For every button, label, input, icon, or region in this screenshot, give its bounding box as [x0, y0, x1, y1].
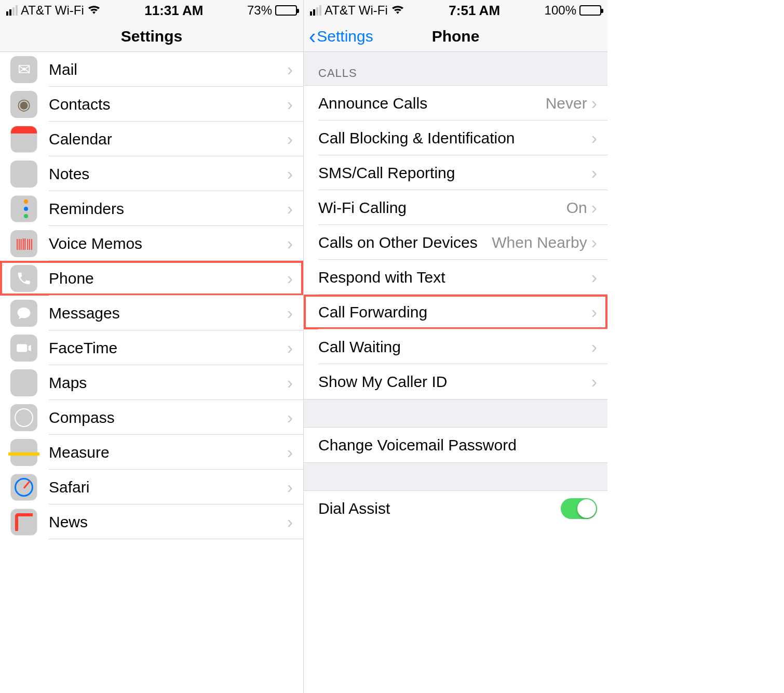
chevron-right-icon: › — [591, 232, 597, 252]
page-title: Phone — [432, 28, 480, 45]
row-label: Calendar — [49, 130, 287, 148]
row-label: Maps — [49, 374, 287, 392]
chevron-right-icon: › — [591, 163, 597, 183]
row-label: Call Blocking & Identification — [318, 129, 591, 147]
settings-row-voicememos[interactable]: |||‖|||Voice Memos› — [0, 226, 303, 261]
phone-settings-screen: AT&T Wi-Fi 7:51 AM 100% ‹ Settings Phone… — [304, 0, 607, 693]
phone-row-waiting[interactable]: Call Waiting› — [304, 329, 607, 364]
row-label: Wi-Fi Calling — [318, 199, 566, 217]
messages-icon — [10, 300, 37, 327]
row-label: Contacts — [49, 96, 287, 113]
battery-percent: 73% — [247, 3, 272, 18]
settings-row-messages[interactable]: Messages› — [0, 296, 303, 330]
chevron-right-icon: › — [287, 94, 293, 114]
chevron-right-icon: › — [591, 337, 597, 357]
phone-row-sms[interactable]: SMS/Call Reporting› — [304, 155, 607, 190]
wifi-icon — [391, 3, 404, 19]
settings-row-notes[interactable]: Notes› — [0, 156, 303, 191]
carrier-label: AT&T Wi-Fi — [325, 3, 388, 18]
settings-row-compass[interactable]: Compass› — [0, 400, 303, 435]
chevron-right-icon: › — [591, 93, 597, 113]
nav-header: Settings — [0, 21, 303, 52]
phone-row-announce[interactable]: Announce CallsNever› — [304, 86, 607, 121]
mail-icon: ✉︎ — [10, 56, 37, 83]
chevron-right-icon: › — [591, 302, 597, 322]
settings-row-facetime[interactable]: FaceTime› — [0, 330, 303, 365]
notes-icon — [10, 161, 37, 188]
row-label: Calls on Other Devices — [318, 234, 492, 251]
section-header-calls: CALLS — [304, 52, 607, 86]
battery-icon — [579, 5, 601, 16]
measure-icon: ▬▬▬ — [10, 439, 37, 466]
chevron-right-icon: › — [287, 442, 293, 462]
chevron-right-icon: › — [287, 407, 293, 428]
phone-row-blocking[interactable]: Call Blocking & Identification› — [304, 121, 607, 155]
back-label: Settings — [317, 28, 373, 45]
page-title: Settings — [121, 28, 182, 45]
chevron-right-icon: › — [287, 477, 293, 497]
compass-icon — [10, 404, 37, 431]
signal-bars-icon — [6, 5, 18, 16]
row-value: Never — [546, 95, 587, 112]
nav-header: ‹ Settings Phone — [304, 21, 607, 52]
phone-row-forwarding[interactable]: Call Forwarding› — [304, 295, 607, 329]
row-label: Measure — [49, 444, 287, 461]
row-label: Respond with Text — [318, 269, 591, 286]
row-label: Call Forwarding — [318, 303, 591, 321]
maps-icon — [10, 369, 37, 396]
signal-bars-icon — [310, 5, 321, 16]
dial-assist-toggle[interactable] — [561, 498, 597, 519]
chevron-right-icon: › — [591, 267, 597, 287]
battery-percent: 100% — [545, 3, 576, 18]
row-label: Announce Calls — [318, 95, 546, 112]
calendar-icon — [10, 126, 37, 153]
settings-row-news[interactable]: News› — [0, 504, 303, 539]
chevron-right-icon: › — [591, 128, 597, 148]
chevron-right-icon: › — [591, 371, 597, 392]
row-label: Show My Caller ID — [318, 373, 591, 391]
chevron-right-icon: › — [591, 197, 597, 218]
settings-row-measure[interactable]: ▬▬▬Measure› — [0, 435, 303, 470]
row-label: News — [49, 513, 287, 531]
chevron-left-icon: ‹ — [309, 26, 316, 47]
row-label: Mail — [49, 61, 287, 78]
row-label: FaceTime — [49, 339, 287, 357]
phone-row-wifi[interactable]: Wi-Fi CallingOn› — [304, 190, 607, 225]
wifi-icon — [87, 3, 101, 19]
carrier-label: AT&T Wi-Fi — [21, 3, 84, 18]
back-button[interactable]: ‹ Settings — [309, 26, 373, 47]
dial-assist-row[interactable]: Dial Assist — [304, 491, 607, 526]
change-voicemail-password-row[interactable]: Change Voicemail Password — [304, 428, 607, 462]
settings-screen: AT&T Wi-Fi 11:31 AM 73% Settings ✉︎Mail›… — [0, 0, 304, 693]
row-label: SMS/Call Reporting — [318, 164, 591, 182]
battery-icon — [275, 5, 297, 16]
row-label: Phone — [49, 270, 287, 287]
status-bar: AT&T Wi-Fi 11:31 AM 73% — [0, 0, 303, 21]
phone-row-respond[interactable]: Respond with Text› — [304, 260, 607, 295]
settings-row-safari[interactable]: Safari› — [0, 470, 303, 504]
row-value: On — [566, 199, 587, 217]
clock: 7:51 AM — [449, 3, 500, 19]
row-label: Reminders — [49, 200, 287, 218]
chevron-right-icon: › — [287, 512, 293, 532]
news-icon — [10, 509, 37, 536]
voicememos-icon: |||‖||| — [10, 230, 37, 257]
settings-row-reminders[interactable]: Reminders› — [0, 191, 303, 226]
dial-assist-label: Dial Assist — [318, 500, 561, 517]
phone-row-callerid[interactable]: Show My Caller ID› — [304, 364, 607, 399]
facetime-icon — [10, 335, 37, 362]
row-label: Notes — [49, 165, 287, 183]
row-label: Voice Memos — [49, 235, 287, 252]
row-label: Call Waiting — [318, 338, 591, 356]
settings-row-phone[interactable]: Phone› — [0, 261, 303, 296]
settings-row-maps[interactable]: Maps› — [0, 365, 303, 400]
phone-row-otherdev[interactable]: Calls on Other DevicesWhen Nearby› — [304, 225, 607, 260]
settings-row-mail[interactable]: ✉︎Mail› — [0, 52, 303, 87]
settings-row-contacts[interactable]: ◉Contacts› — [0, 87, 303, 122]
settings-row-calendar[interactable]: Calendar› — [0, 122, 303, 156]
chevron-right-icon: › — [287, 198, 293, 219]
contacts-icon: ◉ — [10, 91, 37, 118]
row-label: Compass — [49, 409, 287, 427]
section-gap — [304, 462, 607, 491]
section-gap — [304, 399, 607, 428]
